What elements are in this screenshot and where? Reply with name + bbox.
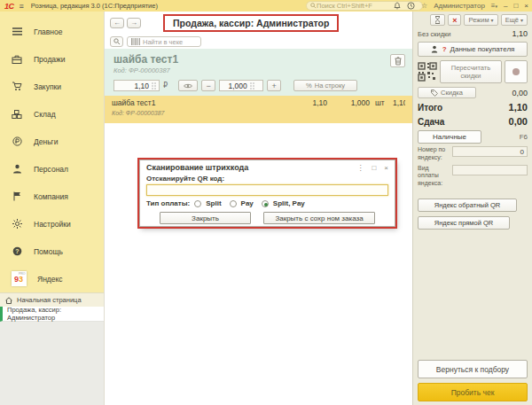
recalculate-discounts-button[interactable]: Пересчитать скидки [440, 60, 502, 83]
home-page-label: Начальная страница [17, 296, 82, 304]
dialog-title: Сканирование штрихкода [146, 163, 348, 172]
sidebar-item-label: Главное [34, 27, 62, 36]
increase-qty-button[interactable]: + [267, 80, 281, 91]
more-button[interactable]: Ещё ▾ [501, 14, 528, 26]
radio-split-pay[interactable] [262, 200, 269, 207]
home-page-tab[interactable]: Начальная страница [0, 292, 104, 307]
sidebar-item-label: Помощь [34, 247, 63, 256]
checkout-button[interactable]: Пробить чек [418, 383, 528, 401]
dot-icon [512, 68, 520, 75]
chevron-down-icon: ▾ [491, 17, 494, 23]
sidebar-item-yandex[interactable]: PRO93 Яндекс [0, 265, 104, 292]
window-titlebar: 1С ≡ Розница, редакция 3.0 (1С:Предприят… [0, 0, 532, 12]
radio-split-pay-label[interactable]: Split, Pay [273, 199, 305, 207]
yandex-payment-type-label: Вид оплаты яндекса: [418, 165, 450, 188]
barcode-icon [131, 38, 140, 45]
cancel-receipt-button[interactable]: × [448, 14, 461, 26]
find-in-receipt-placeholder: Найти в чеке [143, 38, 183, 46]
hourglass-icon [434, 16, 441, 24]
yandex-number-input[interactable]: 0 [452, 146, 528, 157]
more-label: Ещё [505, 16, 519, 24]
quantity-value: 1,000 [228, 82, 246, 90]
sidebar-item-nastroyki[interactable]: Настройки [0, 210, 104, 238]
row-quantity: 1,000 [327, 98, 370, 107]
app-title: Розница, редакция 3.0 (1С:Предприятие) [31, 2, 158, 10]
minimize-button[interactable]: – [504, 2, 507, 10]
price-input[interactable]: 1,10 [113, 80, 160, 91]
sidebar-item-kompaniya[interactable]: Компания [0, 183, 104, 210]
receipt-search-row: Найти в чеке [105, 35, 412, 49]
decrease-qty-button[interactable]: − [201, 80, 215, 91]
history-icon[interactable] [407, 2, 415, 10]
dialog-close-button[interactable]: Закрыть [160, 212, 251, 224]
sidebar-item-dengi[interactable]: Деньги [0, 128, 104, 155]
search-in-receipt-button[interactable] [110, 36, 123, 47]
forward-button[interactable]: → [127, 18, 141, 28]
payment-type-row: Тип оплаты: Split Pay Split, Pay [146, 199, 388, 207]
main-menu-icon[interactable]: ≡ [20, 2, 24, 11]
postpone-receipt-button[interactable] [430, 14, 445, 26]
dialog-menu-icon[interactable]: ⋮ [356, 164, 364, 172]
yandex-payment-type-input[interactable] [452, 165, 528, 175]
return-to-selection-button[interactable]: Вернуться к подбору [418, 360, 528, 378]
item-controls: 1,10 ₽ − 1,000 + % На строку [113, 80, 403, 91]
yandex-93pro-logo: PRO93 [11, 271, 27, 286]
cart-icon [11, 82, 23, 91]
sidebar-item-zakupki[interactable]: Закупки [0, 73, 104, 100]
yandex-reverse-qr-button[interactable]: Яндекс обратный QR [418, 199, 517, 212]
user-name[interactable]: Администратор [434, 2, 485, 10]
sidebar-item-glavnoe[interactable]: Главное [0, 18, 104, 45]
radio-split-label[interactable]: Split [206, 199, 221, 207]
back-button[interactable]: ← [110, 18, 124, 28]
restore-button[interactable]: □ [513, 2, 518, 10]
1c-logo: 1С [4, 2, 14, 11]
record-button[interactable] [505, 60, 528, 83]
quantity-input[interactable]: 1,000 [219, 80, 263, 91]
no-discount-label: Без скидки [418, 30, 451, 38]
person-icon [431, 45, 439, 53]
dialog-close-save-button[interactable]: Закрыть с сохр ном заказа [263, 212, 375, 224]
cash-payment-button[interactable]: Наличные [418, 130, 481, 144]
open-window-tab[interactable]: Продажа, кассир: Администратор [0, 307, 104, 322]
panel-toolbar: × Режим ▾ Ещё ▾ [418, 14, 528, 26]
radio-pay-label[interactable]: Pay [241, 199, 254, 207]
delete-item-button[interactable] [390, 54, 405, 67]
dialog-maximize-icon[interactable]: □ [372, 164, 376, 172]
customer-data-button[interactable]: ? Данные покупателя [418, 42, 528, 57]
find-in-receipt-input[interactable]: Найти в чеке [127, 36, 201, 47]
sidebar-item-label: Продажи [34, 55, 66, 64]
favorites-icon[interactable]: ☆ [421, 0, 427, 12]
sidebar-item-label: Склад [34, 110, 56, 119]
warehouse-icon [11, 110, 23, 119]
sidebar-item-personal[interactable]: Персонал [0, 155, 104, 183]
sidebar-item-label: Деньги [34, 137, 58, 146]
radio-split[interactable] [194, 200, 201, 207]
service-menu-icon[interactable]: ≡▾ [491, 0, 497, 12]
discount-button[interactable]: Скидка [418, 87, 476, 98]
yandex-direct-qr-button[interactable]: Яндекс прямой QR [418, 216, 510, 230]
qr-code-icon [418, 62, 437, 82]
mode-button[interactable]: Режим ▾ [464, 14, 497, 26]
close-button[interactable]: × [524, 2, 528, 10]
discount-per-line-button[interactable]: % На строку [293, 80, 357, 91]
receipt-line-selected[interactable]: шайба тест1 1,10 1,000 шт 1,10 Код: ФР-0… [105, 96, 412, 123]
item-name: шайба тест1 [113, 53, 403, 66]
qr-code-input[interactable] [146, 184, 388, 196]
sidebar-item-sklad[interactable]: Склад [0, 100, 104, 128]
sidebar-item-label: Закупки [34, 82, 61, 91]
view-item-button[interactable] [178, 80, 198, 91]
chevron-down-icon: ▾ [520, 17, 523, 23]
sidebar-item-pomosch[interactable]: ? Помощь [0, 238, 104, 265]
cash-hotkey: F6 [520, 133, 528, 141]
trash-icon [395, 57, 402, 66]
row-item-code: Код: ФР-00000387 [112, 110, 405, 116]
home-icon [5, 297, 12, 304]
dialog-close-icon[interactable]: × [384, 164, 388, 172]
gear-icon [11, 219, 23, 229]
radio-pay[interactable] [230, 200, 237, 207]
sidebar-item-prodazhi[interactable]: Продажи [0, 45, 104, 73]
notifications-icon[interactable] [394, 2, 401, 10]
question-badge: ? [442, 45, 447, 53]
no-discount-value: 1,10 [512, 29, 528, 38]
sidebar-item-label: Яндекс [37, 275, 63, 284]
